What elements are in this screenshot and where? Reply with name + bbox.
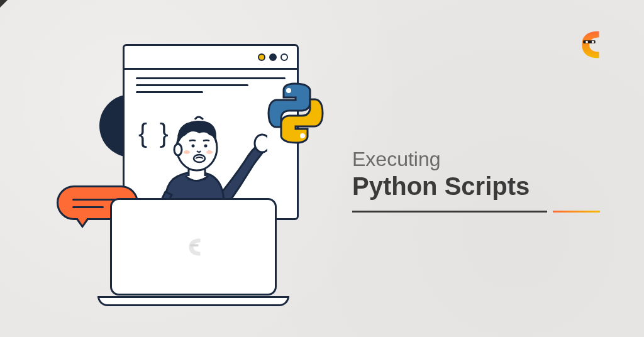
brand-logo-icon [570,26,606,63]
svg-point-1 [586,41,588,43]
window-controls-icon [258,53,288,61]
svg-point-13 [206,150,213,154]
laptop-icon [110,198,277,305]
svg-point-8 [174,144,182,155]
title-block: Executing Python Scripts [352,148,547,213]
svg-point-9 [192,145,195,148]
svg-point-11 [194,155,205,162]
svg-point-2 [592,41,594,43]
title-line-2: Python Scripts [352,172,547,201]
svg-point-10 [204,145,208,148]
title-line-1: Executing [352,148,547,171]
svg-rect-14 [190,244,198,246]
laptop-brand-icon [182,236,204,258]
svg-point-3 [286,88,291,93]
browser-header [125,46,297,70]
title-underline [352,211,547,213]
svg-point-12 [184,150,190,154]
svg-point-4 [300,133,305,138]
python-logo-icon [261,79,330,148]
hero-illustration: { } [75,44,314,296]
corner-shadow [0,0,8,8]
